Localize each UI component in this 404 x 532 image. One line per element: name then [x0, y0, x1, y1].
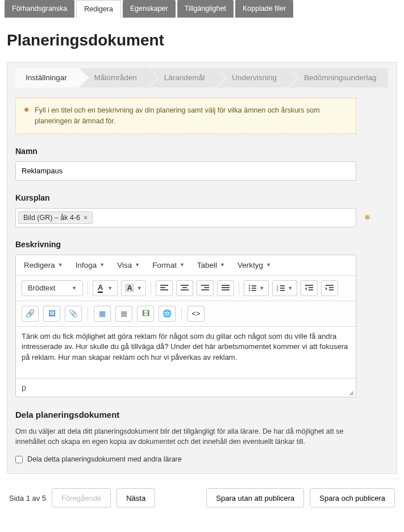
media-button-1[interactable]: ▦ [94, 306, 111, 322]
style-select[interactable]: Brödtext▼ [22, 280, 83, 296]
menu-tabell[interactable]: Tabell▼ [197, 261, 225, 269]
share-title: Dela planeringsdokument [15, 410, 389, 419]
editor-content[interactable]: Tänk om du fick möjlighet att göra rekla… [16, 327, 356, 378]
name-label: Namn [15, 147, 389, 156]
menu-infoga[interactable]: Infoga▼ [76, 261, 105, 269]
share-checkbox-row[interactable]: Dela detta planeringsdokument med andra … [15, 455, 389, 463]
editor-menubar: Redigera▼ Infoga▼ Visa▼ Format▼ Tabell▼ … [16, 255, 356, 276]
tab-edit[interactable]: Redigera [76, 0, 121, 18]
resize-handle-icon[interactable]: ◢ [349, 389, 353, 396]
film-button[interactable]: 🎞 [137, 306, 154, 322]
tab-preview[interactable]: Förhandsgranska [5, 0, 74, 18]
share-checkbox[interactable] [15, 456, 23, 463]
field-name: Namn [15, 147, 389, 181]
kursplan-label: Kursplan [15, 193, 389, 202]
align-left-button[interactable] [156, 280, 173, 296]
globe-icon: 🌐 [163, 309, 172, 318]
beskrivning-label: Beskrivning [15, 240, 389, 249]
indent-button[interactable] [321, 280, 338, 296]
media-button-2[interactable]: ▦ [115, 306, 132, 322]
attachment-button[interactable]: 📎 [65, 306, 82, 322]
publish-button[interactable]: Spara och publicera [310, 488, 395, 508]
field-kursplan: Kursplan Bild (GR) – åk 4-6 × ✺ [15, 193, 389, 227]
page-title: Planeringsdokument [7, 31, 399, 49]
svg-point-1 [248, 287, 250, 289]
media-icon: ▦ [99, 309, 106, 318]
svg-point-0 [248, 285, 250, 286]
tag-remove-icon[interactable]: × [84, 214, 88, 222]
kursplan-tag-label: Bild (GR) – åk 4-6 [23, 214, 80, 222]
menu-visa[interactable]: Visa▼ [117, 261, 140, 269]
outdent-button[interactable] [301, 280, 318, 296]
editor-toolbar-2: 🔗 🖼 📎 ▦ ▦ 🎞 🌐 <> [16, 301, 356, 327]
crumb-undervisning[interactable]: Undervisning [216, 68, 288, 88]
align-center-button[interactable] [176, 280, 193, 296]
tab-properties[interactable]: Egenskaper [123, 0, 176, 18]
menu-redigera[interactable]: Redigera▼ [24, 261, 63, 269]
menu-format[interactable]: Format▼ [152, 261, 185, 269]
name-input[interactable] [15, 161, 356, 181]
film-icon: 🎞 [142, 309, 149, 318]
menu-verktyg[interactable]: Verktyg▼ [238, 261, 271, 269]
prev-button[interactable]: Föregående [52, 488, 111, 508]
step-crumbs: Inställningar Målområden Lärandemål Unde… [15, 68, 389, 88]
source-code-button[interactable]: <> [188, 306, 205, 322]
image-icon: 🖼 [48, 309, 56, 318]
svg-point-2 [248, 289, 250, 291]
page-indicator: Sida 1 av 5 [9, 494, 46, 502]
kursplan-input[interactable]: Bild (GR) – åk 4-6 × [15, 208, 356, 227]
field-beskrivning: Beskrivning Redigera▼ Infoga▼ Visa▼ Form… [15, 240, 389, 397]
share-checkbox-label: Dela detta planeringsdokument med andra … [27, 455, 182, 463]
editor-path-bar: p ◢ [16, 378, 356, 397]
info-box: ✺ Fyll i en titel och en beskrivning av … [15, 98, 356, 134]
kursplan-tag: Bild (GR) – åk 4-6 × [18, 211, 93, 224]
editor-path: p [22, 383, 26, 392]
crumb-settings[interactable]: Inställningar [15, 68, 78, 88]
info-icon: ✺ [24, 105, 29, 127]
next-button[interactable]: Nästa [116, 488, 155, 508]
text-color-button[interactable]: A▼ [93, 280, 118, 296]
footer-bar: Sida 1 av 5 Föregående Nästa Spara utan … [5, 479, 399, 517]
tab-attached-files[interactable]: Kopplade filer [235, 0, 293, 18]
code-icon: <> [191, 309, 200, 318]
editor-toolbar-1: Brödtext▼ A▼ A▼ ▼ 123▼ [16, 276, 356, 301]
image-button[interactable]: 🖼 [43, 306, 60, 322]
align-right-button[interactable] [197, 280, 214, 296]
globe-button[interactable]: 🌐 [159, 306, 176, 322]
bg-color-button[interactable]: A▼ [121, 280, 146, 296]
align-justify-button[interactable] [217, 280, 234, 296]
paperclip-icon: 📎 [69, 309, 78, 318]
save-draft-button[interactable]: Spara utan att publicera [206, 488, 304, 508]
loading-spinner-icon: ✺ [364, 213, 370, 222]
link-icon: 🔗 [26, 309, 35, 318]
top-tabs: Förhandsgranska Redigera Egenskaper Till… [5, 0, 399, 18]
numbered-list-button[interactable]: 123▼ [272, 280, 297, 296]
tab-accessibility[interactable]: Tillgänglighet [177, 0, 234, 18]
main-panel: Inställningar Målområden Lärandemål Unde… [7, 62, 397, 474]
svg-text:3: 3 [277, 289, 278, 292]
link-button[interactable]: 🔗 [22, 306, 39, 322]
bullet-list-button[interactable]: ▼ [244, 280, 269, 296]
info-text: Fyll i en titel och en beskrivning av di… [35, 105, 348, 127]
share-desc: Om du väljer att dela ditt planeringsdok… [15, 426, 368, 448]
media-icon-2: ▦ [120, 309, 127, 318]
rich-text-editor: Redigera▼ Infoga▼ Visa▼ Format▼ Tabell▼ … [15, 255, 356, 397]
crumb-bedomning[interactable]: Bedömningsunderlag [288, 68, 388, 88]
